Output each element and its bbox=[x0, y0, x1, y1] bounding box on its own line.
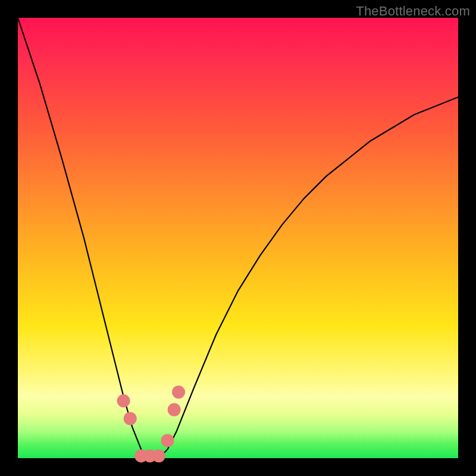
watermark-text: TheBottleneck.com bbox=[356, 4, 470, 19]
curve-path bbox=[18, 18, 458, 458]
curve-marker bbox=[117, 394, 130, 408]
bottleneck-curve bbox=[18, 18, 458, 458]
curve-marker bbox=[172, 386, 185, 399]
curve-marker bbox=[161, 434, 174, 447]
curve-markers bbox=[117, 386, 186, 462]
curve-marker bbox=[152, 449, 165, 462]
plot-area bbox=[18, 18, 458, 458]
curve-marker bbox=[168, 403, 181, 416]
curve-marker bbox=[124, 412, 137, 425]
chart-frame: TheBottleneck.com bbox=[0, 0, 476, 476]
